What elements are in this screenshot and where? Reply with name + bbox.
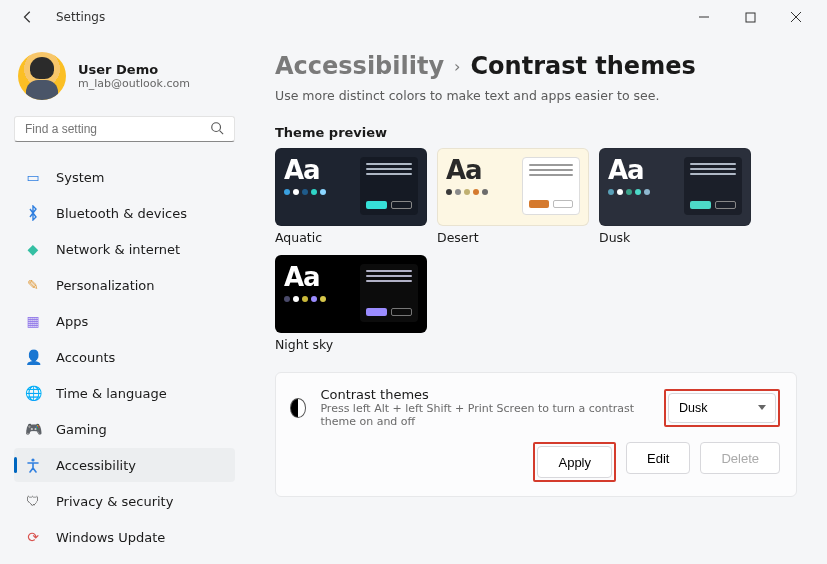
palette-dots [284,189,326,195]
theme-tile-night sky[interactable]: Aa [275,255,427,333]
sidebar-item-accounts[interactable]: 👤Accounts [14,340,235,374]
sidebar-item-label: Personalization [56,278,155,293]
page-subtitle: Use more distinct colors to make text an… [275,88,797,103]
gamepad-icon: 🎮 [24,420,42,438]
sidebar-item-label: Gaming [56,422,107,437]
contrast-icon [290,398,306,418]
theme-name: Night sky [275,337,427,352]
wifi-icon: ◆ [24,240,42,258]
sidebar-item-label: Privacy & security [56,494,173,509]
card-hint: Press left Alt + left Shift + Print Scre… [320,402,650,428]
sidebar-item-label: Time & language [56,386,167,401]
card-title: Contrast themes [320,387,650,402]
palette-dots [284,296,326,302]
maximize-button[interactable] [727,2,773,32]
minimize-icon [698,11,710,23]
search-input[interactable] [25,122,210,136]
page-title: Contrast themes [470,52,695,80]
contrast-card: Contrast themes Press left Alt + left Sh… [275,372,797,497]
close-button[interactable] [773,2,819,32]
theme-name: Desert [437,230,589,245]
sidebar-item-label: Accessibility [56,458,136,473]
shield-icon: 🛡 [24,492,42,510]
sidebar-item-label: Apps [56,314,88,329]
brush-icon: ✎ [24,276,42,294]
search-icon [210,120,224,139]
arrow-left-icon [21,10,35,24]
sidebar-item-label: Bluetooth & devices [56,206,187,221]
aa-sample: Aa [284,264,326,290]
person-icon: 👤 [24,348,42,366]
sidebar-item-label: Network & internet [56,242,180,257]
theme-tile-dusk[interactable]: Aa [599,148,751,226]
display-icon: ▭ [24,168,42,186]
profile[interactable]: User Demo m_lab@outlook.com [18,52,235,100]
palette-dots [608,189,650,195]
close-icon [790,11,802,23]
sidebar-item-apps[interactable]: ▦Apps [14,304,235,338]
window-mock [360,264,418,322]
svg-point-2 [212,122,221,131]
svg-rect-1 [746,13,755,22]
sidebar-item-gaming[interactable]: 🎮Gaming [14,412,235,446]
sidebar-item-label: Accounts [56,350,115,365]
sidebar-item-network-internet[interactable]: ◆Network & internet [14,232,235,266]
chevron-right-icon: › [454,57,460,76]
window-mock [360,157,418,215]
minimize-button[interactable] [681,2,727,32]
theme-select[interactable]: Dusk [668,393,776,423]
sidebar-item-personalization[interactable]: ✎Personalization [14,268,235,302]
user-email: m_lab@outlook.com [78,77,190,90]
edit-button[interactable]: Edit [626,442,690,474]
sidebar-item-windows-update[interactable]: ⟳Windows Update [14,520,235,554]
avatar [18,52,66,100]
svg-line-3 [220,130,224,134]
user-name: User Demo [78,62,190,77]
back-button[interactable] [18,10,38,24]
search-input-wrap[interactable] [14,116,235,142]
globe-icon: 🌐 [24,384,42,402]
breadcrumb-parent[interactable]: Accessibility [275,52,444,80]
sidebar-item-time-language[interactable]: 🌐Time & language [14,376,235,410]
maximize-icon [745,12,756,23]
aa-sample: Aa [284,157,326,183]
aa-sample: Aa [446,157,488,183]
preview-heading: Theme preview [275,125,797,140]
sidebar-item-system[interactable]: ▭System [14,160,235,194]
svg-point-4 [31,458,34,461]
theme-tile-desert[interactable]: Aa [437,148,589,226]
apply-button[interactable]: Apply [537,446,612,478]
sidebar-item-label: System [56,170,104,185]
accessibility-icon [24,456,42,474]
apps-icon: ▦ [24,312,42,330]
sidebar-item-privacy-security[interactable]: 🛡Privacy & security [14,484,235,518]
sidebar-item-accessibility[interactable]: Accessibility [14,448,235,482]
theme-name: Dusk [599,230,751,245]
theme-tile-aquatic[interactable]: Aa [275,148,427,226]
bluetooth-icon [24,204,42,222]
window-mock [684,157,742,215]
sidebar-item-bluetooth-devices[interactable]: Bluetooth & devices [14,196,235,230]
window-title: Settings [56,10,105,24]
theme-name: Aquatic [275,230,427,245]
sidebar-item-label: Windows Update [56,530,165,545]
aa-sample: Aa [608,157,650,183]
palette-dots [446,189,488,195]
breadcrumb: Accessibility › Contrast themes [275,52,797,80]
delete-button[interactable]: Delete [700,442,780,474]
update-icon: ⟳ [24,528,42,546]
window-mock [522,157,580,215]
